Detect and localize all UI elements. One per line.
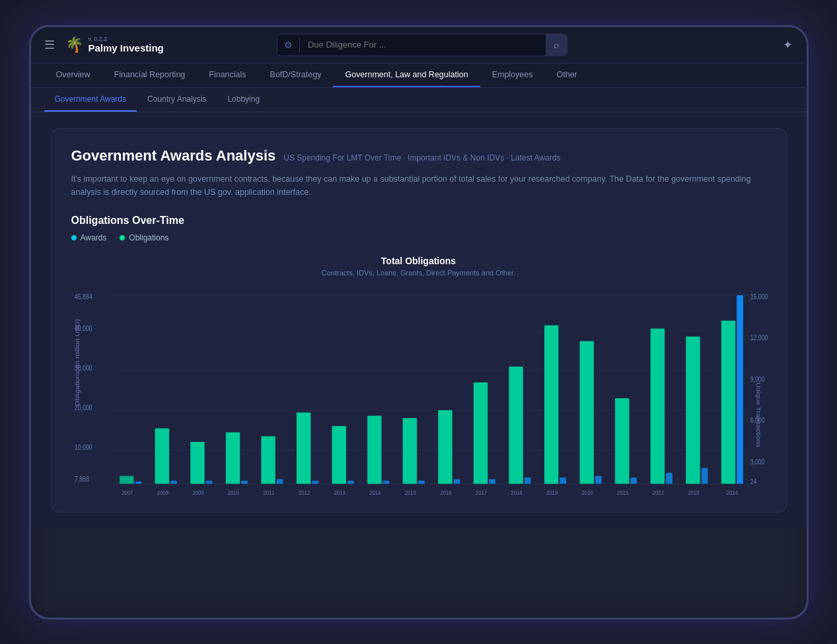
x-label-2016: 2016	[440, 489, 451, 496]
palm-icon: 🌴	[65, 36, 83, 54]
y-label-7888: 7,888	[74, 475, 89, 483]
logo-text-area: v. 0.2.2 Palmy Investing	[89, 36, 164, 54]
legend-dot-awards	[71, 235, 77, 240]
hamburger-icon[interactable]: ☰	[44, 38, 55, 52]
card-description: It's important to keep an eye on governm…	[71, 172, 766, 199]
bar-obligations-2016	[438, 410, 452, 484]
y-label-24: 24	[750, 477, 756, 485]
y-label-3000: 3,000	[750, 457, 764, 465]
x-label-2008: 2008	[157, 489, 168, 496]
legend-label-obligations: Obligations	[129, 233, 168, 242]
chart-legend: Awards Obligations	[71, 233, 766, 242]
sub-nav: Government Awards Country Analysis Lobby…	[31, 88, 807, 112]
x-label-2012: 2012	[298, 489, 309, 496]
bar-transactions-2021	[630, 478, 637, 484]
tab-employees[interactable]: Employees	[480, 63, 545, 87]
y-label-10000: 10,000	[74, 443, 92, 451]
search-input[interactable]	[300, 34, 546, 55]
bar-transactions-2010	[241, 480, 248, 483]
bar-transactions-2024	[737, 295, 743, 484]
tab-financials[interactable]: Financials	[197, 63, 258, 87]
x-label-2017: 2017	[475, 489, 486, 496]
sub-tab-government-awards[interactable]: Government Awards	[44, 88, 137, 112]
x-label-2014: 2014	[369, 489, 381, 496]
version-label: v. 0.2.2	[89, 36, 164, 42]
chart-subtitle: Contracts, IDVs, Loans, Grants, Direct P…	[71, 269, 766, 277]
bar-transactions-2012	[312, 480, 318, 483]
bar-obligations-2014	[367, 415, 381, 483]
x-label-2024: 2024	[726, 489, 737, 496]
bar-obligations-2013	[332, 426, 346, 484]
bar-transactions-2013	[347, 480, 353, 483]
bar-transactions-2018	[524, 478, 530, 484]
logo-area: 🌴 v. 0.2.2 Palmy Investing	[65, 36, 164, 54]
bar-obligations-2020	[579, 341, 593, 483]
card-subtitle: US Spending For LMT Over Time · Importan…	[283, 153, 560, 162]
bar-obligations-2019	[544, 325, 558, 483]
bar-transactions-2009	[205, 480, 212, 483]
bar-transactions-2017	[489, 479, 495, 483]
legend-dot-obligations	[120, 235, 125, 240]
bar-obligations-2023	[686, 336, 700, 483]
legend-item-obligations: Obligations	[120, 233, 168, 242]
bar-transactions-2022	[666, 472, 673, 483]
x-label-2015: 2015	[404, 489, 416, 496]
bar-transactions-2011	[276, 479, 283, 483]
y-label-15000: 15,000	[750, 293, 768, 301]
bar-transactions-2015	[418, 480, 425, 483]
x-label-2010: 2010	[227, 489, 238, 496]
search-bar: ⚙ ⌕	[277, 34, 567, 56]
section-title: Obligations Over-Time	[71, 215, 766, 227]
legend-label-awards: Awards	[81, 233, 107, 242]
bar-obligations-2017	[473, 382, 487, 484]
bar-transactions-2020	[595, 476, 601, 483]
bar-transactions-2008	[170, 480, 177, 483]
settings-icon[interactable]: ✦	[783, 38, 793, 52]
x-label-2021: 2021	[617, 489, 628, 496]
tab-government-law[interactable]: Government, Law and Regulation	[333, 63, 480, 87]
y-axis-left-title: Obligations (in million USD)	[73, 319, 80, 406]
bar-obligations-2009	[190, 442, 204, 484]
bar-obligations-2024	[721, 320, 735, 483]
x-label-2013: 2013	[334, 489, 345, 496]
x-label-2011: 2011	[263, 489, 274, 496]
bar-obligations-2021	[615, 398, 629, 484]
x-label-2009: 2009	[192, 489, 203, 496]
main-card: Government Awards Analysis US Spending F…	[51, 128, 787, 513]
y-axis-right-title: Unique Transactions	[755, 382, 762, 447]
bar-transactions-2016	[453, 479, 460, 483]
y-label-46884: 46,884	[74, 293, 92, 301]
card-title: Government Awards Analysis	[71, 147, 276, 164]
chart-title: Total Obligations	[71, 256, 766, 266]
content-area: Government Awards Analysis US Spending F…	[31, 112, 807, 528]
bar-transactions-2007	[135, 482, 141, 484]
chart-container: Total Obligations Contracts, IDVs, Loans…	[71, 256, 766, 493]
tab-bofd-strategy[interactable]: BofD/Strategy	[258, 63, 334, 87]
bar-obligations-2015	[402, 418, 416, 484]
legend-item-awards: Awards	[71, 233, 107, 242]
card-title-row: Government Awards Analysis US Spending F…	[71, 147, 766, 164]
sub-tab-country-analysis[interactable]: Country Analysis	[137, 88, 217, 112]
bar-transactions-2023	[701, 468, 708, 483]
chart-svg: 46,884 40,000 30,000 20,000 10,000 7,888…	[71, 287, 766, 525]
y-label-12000: 12,000	[750, 334, 768, 341]
bar-obligations-2011	[261, 436, 275, 483]
app-name: Palmy Investing	[89, 42, 164, 54]
x-label-2007: 2007	[122, 489, 133, 496]
bar-obligations-2012	[296, 412, 310, 483]
sub-tab-lobbying[interactable]: Lobbying	[217, 88, 270, 112]
x-label-2018: 2018	[511, 489, 522, 496]
bar-transactions-2019	[560, 478, 566, 484]
x-label-2023: 2023	[688, 489, 699, 496]
tab-financial-reporting[interactable]: Financial Reporting	[102, 63, 198, 87]
tab-other[interactable]: Other	[544, 63, 589, 87]
bar-obligations-2008	[155, 428, 168, 483]
bar-obligations-2007	[120, 476, 133, 483]
bar-transactions-2014	[382, 480, 389, 483]
tab-overview[interactable]: Overview	[44, 63, 102, 87]
bar-obligations-2018	[509, 367, 523, 484]
search-gear-icon[interactable]: ⚙	[277, 40, 299, 50]
device-frame: ☰ 🌴 v. 0.2.2 Palmy Investing ⚙ ⌕ ✦ Overv…	[29, 25, 809, 620]
x-label-2019: 2019	[546, 489, 557, 496]
search-button[interactable]: ⌕	[546, 34, 567, 55]
